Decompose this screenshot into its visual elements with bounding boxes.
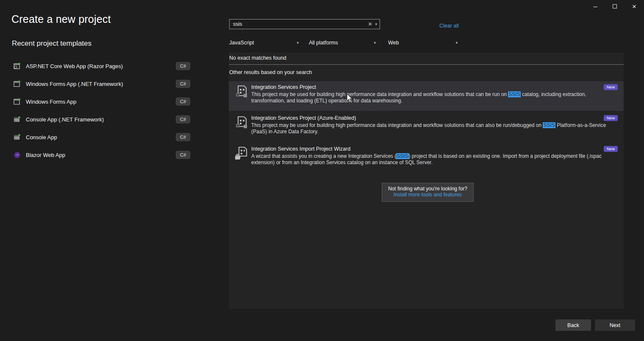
window-controls: ─ ✕ bbox=[586, 0, 644, 13]
template-label: Console App bbox=[26, 134, 57, 140]
search-results-panel: No exact matches found Other results bas… bbox=[229, 52, 624, 309]
integration-services-azure-icon bbox=[234, 116, 249, 130]
windows-forms-icon bbox=[14, 98, 21, 105]
template-label: Console App (.NET Framework) bbox=[26, 116, 104, 123]
clear-all-link[interactable]: Clear all bbox=[439, 23, 459, 29]
title-bar: ─ ✕ bbox=[0, 0, 644, 13]
result-item-integration-services-project-azure[interactable]: Integration Services Project (Azure-Enab… bbox=[229, 112, 624, 142]
template-item-console[interactable]: C:\ Console App C# bbox=[8, 131, 195, 143]
not-finding-text: Not finding what you're looking for? bbox=[382, 186, 473, 192]
template-item-blazor[interactable]: Blazor Web App C# bbox=[8, 149, 195, 161]
console-app-icon: C:\ bbox=[14, 116, 21, 123]
language-badge: C# bbox=[176, 133, 190, 141]
integration-services-project-icon bbox=[234, 85, 249, 99]
result-description: This project may be used for building hi… bbox=[251, 91, 608, 104]
other-results-heading: Other results based on your search bbox=[229, 69, 312, 75]
search-clear-icon[interactable]: ✕ bbox=[366, 21, 374, 27]
result-title: Integration Services Project bbox=[251, 84, 316, 90]
desc-text: A wizard that assists you in creating a … bbox=[251, 153, 396, 159]
windows-forms-icon bbox=[14, 80, 21, 88]
chevron-down-icon: ▾ bbox=[297, 41, 299, 45]
divider bbox=[229, 64, 624, 65]
svg-text:C:\: C:\ bbox=[14, 119, 19, 121]
result-item-integration-services-project[interactable]: Integration Services Project This projec… bbox=[229, 81, 624, 111]
search-box: ✕ ▾ bbox=[229, 19, 380, 29]
console-app-icon: C:\ bbox=[14, 134, 21, 141]
language-badge: C# bbox=[176, 116, 190, 124]
project-type-filter-dropdown[interactable]: Web ▾ bbox=[388, 38, 458, 48]
result-item-import-project-wizard[interactable]: Integration Services Import Project Wiza… bbox=[229, 143, 624, 173]
recent-template-list: ASP.NET Core Web App (Razor Pages) C# Wi… bbox=[8, 60, 195, 167]
page-title: Create a new project bbox=[11, 13, 111, 25]
maximize-button[interactable] bbox=[605, 0, 625, 13]
template-item-winforms-netfx[interactable]: Windows Forms App (.NET Framework) C# bbox=[8, 78, 195, 90]
close-icon: ✕ bbox=[632, 3, 637, 10]
not-finding-box: Not finding what you're looking for? Ins… bbox=[382, 183, 474, 202]
language-filter-dropdown[interactable]: JavaScript ▾ bbox=[229, 38, 299, 48]
desc-text: This project may be used for building hi… bbox=[251, 91, 508, 97]
svg-text:C:\: C:\ bbox=[14, 137, 19, 139]
project-type-filter-value: Web bbox=[388, 40, 399, 46]
maximize-icon bbox=[613, 4, 617, 8]
result-description: This project may be used for building hi… bbox=[251, 122, 608, 135]
template-item-winforms[interactable]: Windows Forms App C# bbox=[8, 96, 195, 107]
new-badge: New bbox=[604, 146, 618, 152]
template-label: Windows Forms App (.NET Framework) bbox=[26, 81, 123, 87]
template-item-aspnet-core-webapp[interactable]: ASP.NET Core Web App (Razor Pages) C# bbox=[8, 60, 195, 72]
back-button[interactable]: Back bbox=[555, 319, 591, 331]
search-input[interactable] bbox=[230, 21, 366, 27]
language-badge: C# bbox=[176, 80, 190, 88]
filter-row: JavaScript ▾ All platforms ▾ Web ▾ bbox=[229, 38, 488, 48]
recent-templates-heading: Recent project templates bbox=[12, 39, 92, 48]
search-term-highlight: SSIS bbox=[396, 153, 408, 159]
template-item-console-netfx[interactable]: C:\ Console App (.NET Framework) C# bbox=[8, 113, 195, 125]
new-badge: New bbox=[604, 84, 618, 90]
chevron-down-icon: ▾ bbox=[374, 41, 376, 45]
template-label: ASP.NET Core Web App (Razor Pages) bbox=[26, 63, 123, 69]
minimize-button[interactable]: ─ bbox=[586, 0, 605, 13]
close-button[interactable]: ✕ bbox=[625, 0, 644, 13]
new-badge: New bbox=[604, 115, 618, 121]
aspnet-core-webapp-icon bbox=[14, 63, 21, 70]
desc-text: This project may be used for building hi… bbox=[251, 122, 543, 128]
next-button[interactable]: Next bbox=[595, 319, 635, 331]
result-title: Integration Services Project (Azure-Enab… bbox=[251, 115, 356, 121]
result-description: A wizard that assists you in creating a … bbox=[251, 153, 608, 166]
result-title: Integration Services Import Project Wiza… bbox=[251, 146, 350, 152]
minimize-icon: ─ bbox=[593, 3, 597, 10]
language-filter-value: JavaScript bbox=[229, 40, 254, 46]
search-term-highlight: SSIS bbox=[543, 122, 555, 128]
template-label: Windows Forms App bbox=[26, 99, 76, 105]
install-more-tools-link[interactable]: Install more tools and features bbox=[382, 192, 473, 198]
language-badge: C# bbox=[176, 151, 190, 159]
no-match-message: No exact matches found bbox=[229, 55, 286, 61]
language-badge: C# bbox=[176, 98, 190, 106]
language-badge: C# bbox=[176, 62, 190, 70]
search-dropdown-icon[interactable]: ▾ bbox=[374, 22, 380, 26]
import-project-wizard-icon bbox=[234, 146, 249, 161]
platform-filter-value: All platforms bbox=[309, 40, 338, 46]
blazor-icon bbox=[14, 151, 21, 159]
search-term-highlight: SSIS bbox=[508, 91, 520, 97]
template-label: Blazor Web App bbox=[26, 152, 65, 158]
chevron-down-icon: ▾ bbox=[455, 41, 458, 45]
platform-filter-dropdown[interactable]: All platforms ▾ bbox=[309, 38, 376, 48]
